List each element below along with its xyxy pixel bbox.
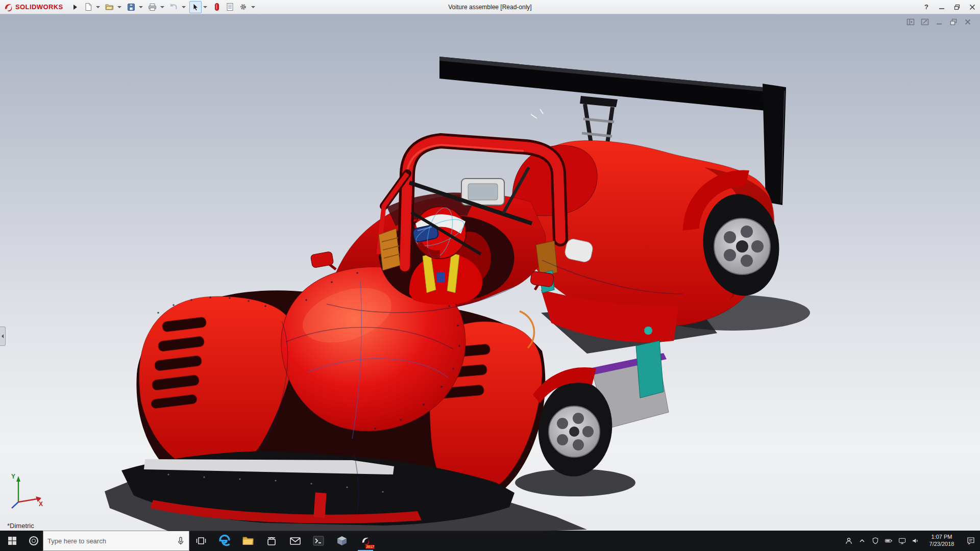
notifications-icon	[966, 536, 975, 545]
windows-logo-icon	[8, 536, 17, 545]
options-button[interactable]	[237, 1, 250, 13]
show-pane-button[interactable]	[905, 17, 916, 27]
minimize-button[interactable]	[934, 1, 949, 14]
new-document-button[interactable]	[82, 1, 94, 13]
doc-restore-button[interactable]	[948, 17, 959, 27]
select-dropdown[interactable]	[203, 6, 207, 8]
clock-date: 7/23/2018	[929, 541, 954, 548]
document-window-controls	[905, 17, 973, 27]
print-button[interactable]	[146, 1, 159, 13]
graphics-viewport[interactable]: Y X *Dimetric	[0, 14, 980, 531]
triad-x-label: X	[39, 500, 43, 508]
undo-button[interactable]	[168, 1, 180, 13]
battery-icon[interactable]	[882, 531, 895, 551]
rebuild-stop-icon	[214, 3, 220, 11]
doc-close-button[interactable]	[963, 17, 973, 27]
solidworks-window: SOLIDWORKS	[0, 0, 980, 551]
taskbar-store[interactable]	[260, 531, 283, 551]
taskbar-solidworks[interactable]: 2017	[354, 531, 377, 551]
cube-app-icon	[336, 535, 348, 547]
undo-dropdown[interactable]	[182, 6, 186, 8]
clock-time: 1:07 PM	[932, 534, 952, 541]
edge-icon	[218, 535, 231, 547]
quick-access-toolbar	[82, 1, 258, 13]
open-dropdown[interactable]	[117, 6, 121, 8]
shield-icon[interactable]	[869, 531, 882, 551]
file-properties-icon	[226, 3, 234, 11]
restore-button[interactable]	[949, 1, 965, 14]
select-button[interactable]	[189, 1, 202, 13]
task-view-icon	[196, 536, 206, 545]
start-button[interactable]	[0, 531, 24, 551]
file-properties-button[interactable]	[224, 1, 236, 13]
help-button[interactable]: ?	[919, 1, 934, 14]
undo-icon	[169, 3, 178, 11]
reference-triad: Y X	[8, 472, 45, 512]
cortana-ring-icon	[28, 535, 39, 546]
close-button[interactable]	[965, 1, 980, 14]
ds-swirl-icon	[3, 2, 13, 12]
store-bag-icon	[266, 535, 277, 546]
people-icon[interactable]	[842, 531, 855, 551]
menu-expand-arrow[interactable]	[74, 5, 77, 10]
solidworks-logo: SOLIDWORKS	[0, 2, 66, 12]
taskbar: 2017 1:07 PM 7/23/2018	[0, 531, 980, 551]
volume-icon[interactable]	[909, 531, 922, 551]
search-input[interactable]	[43, 537, 173, 545]
command-prompt-icon	[312, 535, 325, 546]
save-dropdown[interactable]	[139, 6, 143, 8]
taskbar-search	[43, 531, 189, 551]
select-cursor-icon	[192, 3, 199, 11]
view-orientation-label: *Dimetric	[7, 522, 34, 530]
task-view-button[interactable]	[189, 531, 213, 551]
open-folder-icon	[105, 3, 114, 11]
new-document-dropdown[interactable]	[96, 6, 100, 8]
brand-name: SOLIDWORKS	[15, 3, 63, 11]
chevron-up-icon[interactable]	[855, 531, 869, 551]
save-button[interactable]	[125, 1, 137, 13]
titlebar: SOLIDWORKS	[0, 0, 980, 14]
new-document-icon	[84, 3, 92, 11]
print-dropdown[interactable]	[160, 6, 164, 8]
taskbar-edge[interactable]	[213, 531, 236, 551]
network-icon[interactable]	[895, 531, 909, 551]
gear-icon	[239, 3, 248, 11]
panel-arrow-icon	[2, 334, 4, 338]
taskbar-clock[interactable]: 1:07 PM 7/23/2018	[922, 531, 962, 551]
taskbar-file-explorer[interactable]	[236, 531, 260, 551]
print-icon	[148, 3, 157, 11]
taskbar-mail[interactable]	[283, 531, 307, 551]
rebuild-stop-button[interactable]	[211, 1, 223, 13]
system-tray: 1:07 PM 7/23/2018	[842, 531, 980, 551]
collapsed-panel-tab[interactable]	[0, 327, 6, 346]
open-button[interactable]	[104, 1, 116, 13]
action-center-button[interactable]	[962, 531, 980, 551]
options-dropdown[interactable]	[251, 6, 255, 8]
solidworks-year-badge: 2017	[365, 545, 375, 549]
taskbar-cube-app[interactable]	[330, 531, 354, 551]
doc-minimize-button[interactable]	[934, 17, 944, 27]
mail-icon	[289, 536, 301, 545]
save-icon	[127, 3, 135, 11]
window-controls: ?	[919, 1, 980, 14]
file-explorer-icon	[242, 536, 254, 546]
microphone-icon[interactable]	[173, 536, 189, 545]
show-preview-button[interactable]	[920, 17, 930, 27]
cortana-button[interactable]	[24, 531, 43, 551]
taskbar-command-prompt[interactable]	[307, 531, 330, 551]
solidworks-app-icon	[360, 536, 371, 546]
car-model[interactable]	[0, 14, 980, 531]
triad-y-label: Y	[11, 473, 15, 480]
